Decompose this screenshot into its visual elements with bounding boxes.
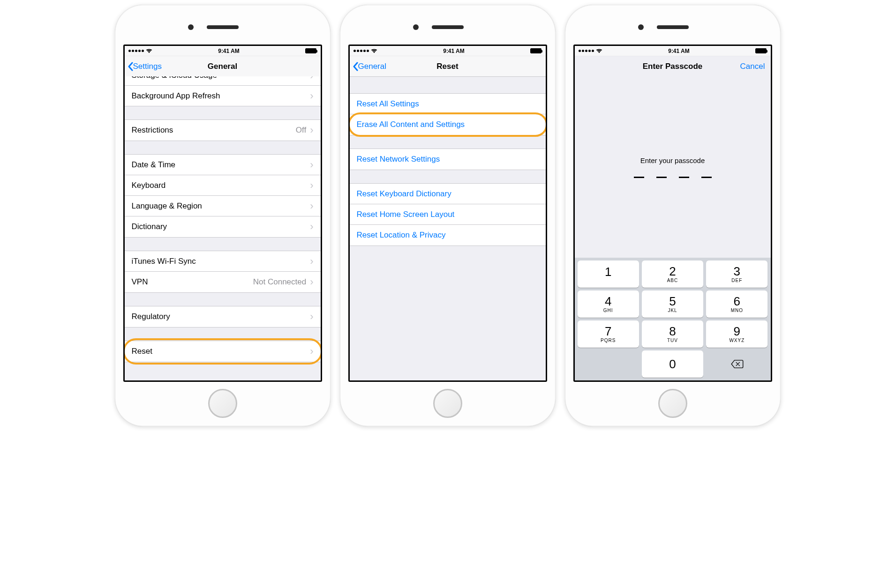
cell-reset-keyboard-dictionary[interactable]: Reset Keyboard Dictionary [350,184,546,204]
nav-title-reset: Reset [436,62,458,71]
general-content[interactable]: Storage & iCloud Usage › Background App … [125,76,321,380]
cell-reset[interactable]: Reset › [125,341,321,362]
keypad-delete[interactable] [706,350,767,378]
nav-back-label: Settings [133,62,162,71]
passcode-prompt: Enter your passcode [640,156,705,164]
iphone-device-reset: 9:41 AM General Reset Reset All Settings… [340,5,556,426]
cell-reset-location-privacy[interactable]: Reset Location & Privacy [350,225,546,246]
phone-speaker [432,25,464,29]
key-number: 6 [734,295,740,307]
nav-cancel-button[interactable]: Cancel [740,62,765,71]
cell-keyboard[interactable]: Keyboard › [125,175,321,196]
key-letters: ABC [667,278,678,283]
cell-detail-value: Off [296,126,306,135]
screen-passcode: 9:41 AM Enter Passcode Cancel Enter your… [573,45,772,382]
nav-bar-general: Settings General [125,56,321,77]
cell-label: Dictionary [132,222,310,231]
nav-bar-passcode: Enter Passcode Cancel [575,56,771,77]
cell-label: Keyboard [132,181,310,190]
key-letters: GHI [603,308,613,313]
cell-label: Reset All Settings [357,99,539,109]
cell-label: Reset Location & Privacy [357,231,539,240]
cell-label-partial: Storage & iCloud Usage [132,76,217,80]
chevron-right-icon: › [310,312,313,322]
cell-label: VPN [132,277,253,287]
cell-label: Reset [132,347,310,356]
passcode-dash [634,177,644,178]
phone-camera [413,24,419,30]
nav-back-label: General [358,62,386,71]
keypad-blank [578,350,639,378]
battery-icon [755,48,767,53]
cell-detail-value: Not Connected [253,277,306,287]
status-time: 9:41 AM [218,48,240,54]
signal-dots-icon [128,50,144,52]
keypad-9[interactable]: 9 WXYZ [706,320,767,348]
key-number: 0 [669,358,676,370]
key-letters: JKL [668,308,677,313]
iphone-device-general: 9:41 AM Settings General Storage & iClou… [115,5,331,426]
cell-dictionary[interactable]: Dictionary › [125,216,321,237]
battery-icon [305,48,316,53]
cell-label: Restrictions [132,126,296,135]
cell-reset-network[interactable]: Reset Network Settings [350,149,546,170]
screen-general: 9:41 AM Settings General Storage & iClou… [123,45,322,382]
cell-date-time[interactable]: Date & Time › [125,155,321,175]
key-number: 9 [734,325,740,337]
key-number: 2 [669,265,676,277]
cell-background-app-refresh[interactable]: Background App Refresh › [125,86,321,106]
key-letters: DEF [731,278,742,283]
chevron-right-icon: › [310,76,313,81]
signal-dots-icon [579,50,594,52]
status-time: 9:41 AM [668,48,690,54]
keypad-1[interactable]: 1 [578,261,639,288]
cell-regulatory[interactable]: Regulatory › [125,306,321,327]
cell-reset-all-settings[interactable]: Reset All Settings [350,94,546,114]
keypad-4[interactable]: 4 GHI [578,290,639,318]
home-button[interactable] [433,389,462,418]
reset-content[interactable]: Reset All Settings Erase All Content and… [350,77,546,380]
chevron-right-icon: › [310,277,313,287]
cell-itunes-wifi-sync[interactable]: iTunes Wi-Fi Sync › [125,251,321,272]
home-button[interactable] [208,389,237,418]
passcode-entry-area: Enter your passcode [575,77,771,258]
chevron-left-icon [353,62,358,71]
wifi-icon [146,49,152,53]
nav-back-general[interactable]: General [350,62,386,71]
chevron-right-icon: › [310,222,313,232]
numeric-keypad: 1 2 ABC 3 DEF 4 GHI 5 JKL 6 MNO [575,258,771,380]
cell-restrictions[interactable]: Restrictions Off › [125,120,321,141]
cell-language-region[interactable]: Language & Region › [125,196,321,216]
phone-speaker [207,25,239,29]
key-number: 1 [605,266,611,278]
cell-erase-all[interactable]: Erase All Content and Settings [350,114,546,135]
nav-bar-reset: General Reset [350,56,546,77]
keypad-0[interactable]: 0 [642,350,703,378]
keypad-3[interactable]: 3 DEF [706,261,767,288]
cell-label: Reset Home Screen Layout [357,210,539,219]
chevron-right-icon: › [310,125,313,135]
passcode-field [634,177,712,178]
keypad-7[interactable]: 7 PQRS [578,320,639,348]
cell-storage-icloud-partial[interactable]: Storage & iCloud Usage › [125,76,321,86]
cell-label: Erase All Content and Settings [357,120,539,129]
cell-label: Date & Time [132,160,310,170]
key-number: 7 [605,325,611,337]
status-bar: 9:41 AM [350,46,546,56]
keypad-8[interactable]: 8 TUV [642,320,703,348]
nav-back-settings[interactable]: Settings [125,62,162,71]
cell-label: iTunes Wi-Fi Sync [132,257,310,266]
chevron-right-icon: › [310,346,313,357]
key-letters: TUV [667,338,678,343]
key-number: 3 [734,265,740,277]
cell-vpn[interactable]: VPN Not Connected › [125,272,321,292]
backspace-icon [730,359,744,369]
keypad-2[interactable]: 2 ABC [642,261,703,288]
keypad-5[interactable]: 5 JKL [642,290,703,318]
keypad-6[interactable]: 6 MNO [706,290,767,318]
battery-icon [530,48,542,53]
chevron-right-icon: › [310,91,313,101]
cell-label: Background App Refresh [132,91,310,101]
home-button[interactable] [658,389,687,418]
cell-reset-home-layout[interactable]: Reset Home Screen Layout [350,204,546,225]
